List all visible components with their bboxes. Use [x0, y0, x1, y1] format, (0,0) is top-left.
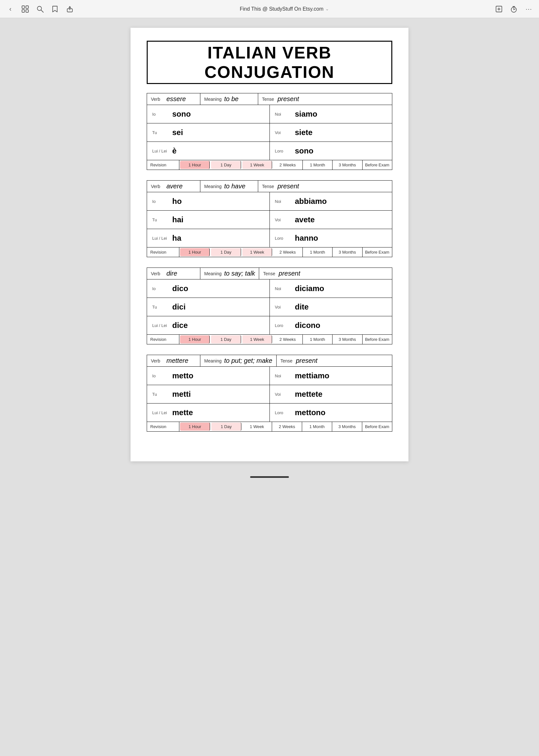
timer-icon[interactable] — [509, 5, 518, 14]
revision-cell[interactable]: 1 Day — [211, 422, 241, 431]
verb-header-mettere: Verb mettere Meaning to put; get; make T… — [147, 355, 392, 367]
svg-rect-1 — [26, 6, 29, 8]
table-row: Io ho Noi abbiamo — [147, 192, 392, 211]
revision-cell[interactable]: 2 Weeks — [273, 248, 302, 257]
revision-cell[interactable]: 3 Months — [333, 248, 362, 257]
revision-label: Revision — [147, 422, 179, 431]
revision-cell[interactable]: 1 Week — [242, 335, 272, 343]
conj-left: Tu metti — [147, 385, 270, 403]
revision-label: Revision — [147, 248, 179, 257]
revision-cell[interactable]: 1 Month — [303, 335, 333, 344]
conj-right: Noi diciamo — [270, 279, 392, 298]
grid-icon[interactable] — [21, 5, 30, 14]
revision-cell[interactable]: 2 Weeks — [273, 160, 302, 170]
revision-cell[interactable]: 1 Week — [242, 422, 272, 431]
revision-cell[interactable]: 3 Months — [333, 335, 362, 344]
verb-label: Verb dire — [147, 268, 200, 279]
revision-cell[interactable]: Before Exam — [362, 248, 392, 257]
meaning-label: Meaning to have — [200, 181, 258, 192]
conj-left: Lui / Lei mette — [147, 404, 270, 421]
table-row: Tu metti Voi mettete — [147, 385, 392, 404]
share-icon[interactable] — [65, 5, 74, 14]
revision-cell[interactable]: 1 Week — [242, 161, 272, 169]
conj-right: Voi mettete — [270, 385, 392, 403]
table-row: Lui / Lei dice Loro dicono — [147, 316, 392, 335]
conj-left: Lui / Lei dice — [147, 316, 270, 335]
svg-rect-2 — [22, 10, 25, 12]
conj-left: Tu hai — [147, 211, 270, 229]
revision-cell[interactable]: 1 Hour — [180, 161, 210, 169]
revision-cell[interactable]: 2 Weeks — [272, 422, 302, 431]
conj-right: Loro mettono — [270, 404, 392, 421]
conj-left: Lui / Lei ha — [147, 229, 270, 247]
conjugation-grid-dire: Io dico Noi diciamo Tu dici Voi dite Lui… — [147, 279, 392, 335]
conj-left: Io ho — [147, 192, 270, 210]
page: ITALIAN VERB CONJUGATION Verb essere Mea… — [130, 28, 409, 461]
conj-right: Voi dite — [270, 298, 392, 316]
verb-label: Verb essere — [147, 93, 200, 105]
svg-rect-3 — [26, 10, 29, 12]
table-row: Tu sei Voi siete — [147, 123, 392, 142]
revision-bar-avere: Revision1 Hour1 Day1 Week2 Weeks1 Month3… — [147, 248, 392, 257]
revision-cell[interactable]: 1 Hour — [180, 422, 210, 431]
revision-cell[interactable]: 1 Hour — [180, 248, 210, 256]
conj-left: Lui / Lei è — [147, 142, 270, 160]
revision-cell[interactable]: Before Exam — [362, 160, 392, 170]
revision-cell[interactable]: Before Exam — [362, 335, 392, 344]
conj-right: Voi avete — [270, 211, 392, 229]
search-icon[interactable] — [36, 5, 44, 14]
more-icon[interactable]: ⋯ — [524, 5, 533, 14]
conj-left: Io dico — [147, 279, 270, 298]
revision-bar-mettere: Revision1 Hour1 Day1 Week2 Weeks1 Month3… — [147, 422, 392, 432]
meaning-label: Meaning to say; talk — [200, 268, 259, 279]
conj-left: Io metto — [147, 367, 270, 385]
verb-header-essere: Verb essere Meaning to be Tense present — [147, 93, 392, 105]
svg-line-5 — [41, 10, 43, 12]
add-page-icon[interactable] — [495, 5, 503, 14]
conjugation-grid-avere: Io ho Noi abbiamo Tu hai Voi avete Lui /… — [147, 192, 392, 248]
table-row: Tu dici Voi dite — [147, 298, 392, 316]
chevron-down-icon: ⌄ — [325, 6, 329, 11]
revision-cell[interactable]: 1 Hour — [180, 335, 210, 343]
revision-cell[interactable]: 1 Month — [303, 248, 333, 257]
verb-section-essere: Verb essere Meaning to be Tense present … — [147, 93, 392, 170]
bookmark-icon[interactable] — [50, 5, 59, 14]
tense-label: Tense present — [258, 181, 311, 192]
home-indicator — [250, 476, 289, 478]
meaning-label: Meaning to put; get; make — [200, 355, 276, 366]
table-row: Lui / Lei è Loro sono — [147, 142, 392, 160]
revision-cell[interactable]: Before Exam — [362, 422, 392, 431]
revision-cell[interactable]: 3 Months — [333, 160, 362, 170]
bottom-bar — [0, 471, 539, 481]
conj-right: Noi abbiamo — [270, 192, 392, 210]
conj-right: Loro dicono — [270, 316, 392, 335]
revision-bar-essere: Revision1 Hour1 Day1 Week2 Weeks1 Month3… — [147, 160, 392, 170]
verb-header-dire: Verb dire Meaning to say; talk Tense pre… — [147, 267, 392, 279]
table-row: Io sono Noi siamo — [147, 105, 392, 123]
tense-label: Tense present — [259, 268, 312, 279]
revision-cell[interactable]: 1 Day — [211, 248, 241, 256]
top-bar-title: Find This @ StudyStuff On Etsy.com ⌄ — [240, 6, 329, 12]
revision-cell[interactable]: 1 Day — [211, 335, 241, 343]
revision-cell[interactable]: 1 Month — [303, 160, 333, 170]
conjugation-grid-mettere: Io metto Noi mettiamo Tu metti Voi mette… — [147, 367, 392, 422]
revision-cell[interactable]: 2 Weeks — [273, 335, 302, 344]
tense-label: Tense present — [276, 355, 330, 366]
revision-cell[interactable]: 1 Month — [302, 422, 332, 431]
revision-cell[interactable]: 1 Week — [242, 248, 272, 256]
svg-rect-0 — [22, 6, 25, 8]
verb-section-mettere: Verb mettere Meaning to put; get; make T… — [147, 355, 392, 432]
conj-right: Noi siamo — [270, 105, 392, 123]
revision-cell[interactable]: 3 Months — [332, 422, 362, 431]
conj-right: Loro hanno — [270, 229, 392, 247]
conj-left: Tu dici — [147, 298, 270, 316]
back-icon[interactable]: ‹ — [6, 5, 15, 14]
verb-header-avere: Verb avere Meaning to have Tense present — [147, 180, 392, 192]
top-bar-right: ⋯ — [495, 5, 533, 14]
revision-bar-dire: Revision1 Hour1 Day1 Week2 Weeks1 Month3… — [147, 335, 392, 344]
table-row: Io metto Noi mettiamo — [147, 367, 392, 385]
top-bar-left: ‹ — [6, 5, 74, 14]
table-row: Lui / Lei mette Loro mettono — [147, 404, 392, 421]
revision-cell[interactable]: 1 Day — [211, 161, 241, 169]
verb-section-avere: Verb avere Meaning to have Tense present… — [147, 180, 392, 257]
